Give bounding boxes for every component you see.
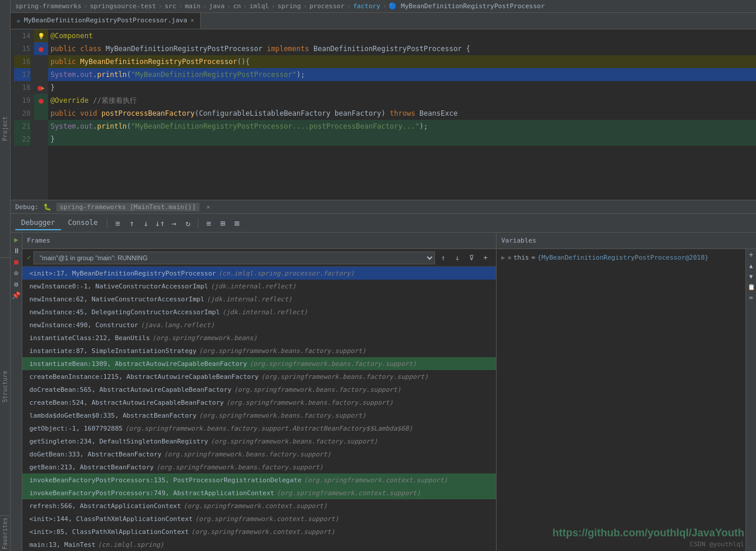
var-list: ▶ ≡ this = {MyBeanDefinitionRegistryPost… <box>497 249 745 551</box>
thread-status-icon: ✓ <box>27 254 31 261</box>
step-into-button[interactable]: ↓ <box>139 217 152 230</box>
frame-item-0[interactable]: <init>:17, MyBeanDefinitionRegistryPostP… <box>22 267 496 280</box>
layout-button[interactable]: ⊠ <box>230 217 243 230</box>
project-label[interactable]: Project <box>0 0 10 258</box>
pause-btn[interactable]: ⏸ <box>12 246 21 256</box>
frame-item-20[interactable]: <init>:85, ClassPathXmlApplicationContex… <box>22 525 496 538</box>
line-numbers: 14 15 16 17 18 19 20 21 22 <box>11 29 34 200</box>
var-add-btn[interactable]: + <box>747 250 756 260</box>
toolbar-separator-2 <box>198 218 198 229</box>
frame-item-17[interactable]: invokeBeanFactoryPostProcessors:749, Abs… <box>22 486 496 499</box>
rerun-button[interactable]: ≡ <box>111 217 124 230</box>
code-line-14: @Component <box>48 29 756 42</box>
var-type-icon: ≡ <box>508 254 511 261</box>
code-line-22: } <box>48 133 756 146</box>
frame-item-16[interactable]: invokeBeanFactoryPostProcessors:135, Pos… <box>22 473 496 486</box>
frames-label: Frames <box>27 237 50 244</box>
frame-item-12[interactable]: getObject:-1, 1607792885 (org.springfram… <box>22 422 496 435</box>
var-scroll-down-btn[interactable]: ▼ <box>747 271 756 281</box>
favorites-label[interactable]: Favorites <box>0 516 10 551</box>
stop-btn[interactable]: ■ <box>12 257 21 267</box>
thread-plus-btn[interactable]: + <box>480 252 491 264</box>
step-over-button[interactable]: ↑ <box>125 217 138 230</box>
run-to-cursor-button[interactable]: → <box>167 217 180 230</box>
variables-panel: Variables ▶ ≡ this = {MyBeanDefinitionRe… <box>497 233 756 551</box>
code-line-15: public class MyBeanDefinitionRegistryPos… <box>48 42 756 55</box>
var-expand-arrow[interactable]: ▶ <box>501 254 505 261</box>
left-side-toolbar: ▶ ⏸ ■ ⊙ ⚙ 📌 <box>11 233 22 551</box>
frame-item-21[interactable]: main:13, MainTest (cn.imlql.spring) <box>22 538 496 551</box>
thread-selector: ✓ "main"@1 in group "main": RUNNING ↑ ↓ … <box>22 249 496 267</box>
frame-item-13[interactable]: getSingleton:234, DefaultSingletonBeanRe… <box>22 435 496 448</box>
frame-item-3[interactable]: newInstance:45, DelegatingConstructorAcc… <box>22 305 496 318</box>
file-tab[interactable]: ☕ MyBeanDefinitionRegistryPostProcessor.… <box>11 13 201 29</box>
tab-label: MyBeanDefinitionRegistryPostProcessor.ja… <box>24 16 187 24</box>
debug-bar: Debug: 🐛 spring-frameworks [MainTest.mai… <box>11 200 756 214</box>
thread-down-btn[interactable]: ↓ <box>451 252 463 264</box>
frame-item-2[interactable]: newInstance:62, NativeConstructorAccesso… <box>22 293 496 305</box>
frame-item-10[interactable]: createBean:524, AbstractAutowireCapableB… <box>22 396 496 409</box>
var-infinity-btn[interactable]: ∞ <box>747 293 756 302</box>
frame-list: <init>:17, MyBeanDefinitionRegistryPostP… <box>22 267 496 551</box>
frame-item-6[interactable]: instantiate:87, SimpleInstantiationStrat… <box>22 344 496 357</box>
code-content: @Component public class MyBeanDefinition… <box>48 29 756 200</box>
code-line-17: System.out.println("MyBeanDefinitionRegi… <box>48 68 756 81</box>
grid-button[interactable]: ⊞ <box>216 217 229 230</box>
var-scroll-up-btn[interactable]: ▲ <box>747 261 756 270</box>
run-config[interactable]: spring-frameworks [MainTest.main()] <box>56 203 200 211</box>
frame-item-15[interactable]: getBean:213, AbstractBeanFactory (org.sp… <box>22 461 496 473</box>
code-editor: 14 15 16 17 18 19 20 21 22 💡 <box>11 29 756 200</box>
frames-panel: Frames ✓ "main"@1 in group "main": RUNNI… <box>22 233 497 551</box>
structure-label[interactable]: Structure <box>0 258 10 516</box>
view-btn[interactable]: ⊙ <box>12 268 21 278</box>
java-file-icon: ☕ <box>16 16 21 24</box>
resume-btn[interactable]: ▶ <box>12 235 21 244</box>
evaluate-button[interactable]: ↻ <box>181 217 194 230</box>
frame-item-4[interactable]: newInstance:490, Constructor (java.lang.… <box>22 318 496 331</box>
code-line-18: } <box>48 81 756 94</box>
debug-main: ▶ ⏸ ■ ⊙ ⚙ 📌 Frames ✓ "main"@1 in group "… <box>11 233 756 551</box>
step-out-button[interactable]: ↓↑ <box>153 217 166 230</box>
frame-item-5[interactable]: instantiateClass:212, BeanUtils (org.spr… <box>22 331 496 344</box>
frame-item-8[interactable]: createBeanInstance:1215, AbstractAutowir… <box>22 370 496 383</box>
debug-label: Debug: <box>15 203 39 211</box>
frame-item-18[interactable]: refresh:566, AbstractApplicationContext … <box>22 499 496 512</box>
thread-dropdown[interactable]: "main"@1 in group "main": RUNNING <box>33 251 435 264</box>
var-item-this[interactable]: ▶ ≡ this = {MyBeanDefinitionRegistryPost… <box>497 251 745 263</box>
frame-item-11[interactable]: lambda$doGetBean$0:335, AbstractBeanFact… <box>22 409 496 422</box>
debugger-toolbar: Debugger Console ≡ ↑ ↓ ↓↑ → ↻ ≡ ⊞ ⊠ <box>11 214 756 233</box>
settings-side-btn[interactable]: ⚙ <box>12 280 21 289</box>
variables-side-buttons: + ▲ ▼ 📋 ∞ <box>745 249 756 551</box>
lightbulb-icon: 💡 <box>38 33 45 39</box>
frame-item-14[interactable]: doGetBean:333, AbstractBeanFactory (org.… <box>22 448 496 461</box>
debug-close-button[interactable]: × <box>207 203 211 211</box>
tab-close-button[interactable]: × <box>191 17 194 23</box>
code-line-16: public MyBeanDefinitionRegistryPostProce… <box>48 55 756 68</box>
code-line-20: public void postProcessBeanFactory(Confi… <box>48 107 756 120</box>
breakpoint-icon-21[interactable]: ● <box>39 96 43 105</box>
breadcrumb: spring-frameworks › springsource-test › … <box>11 0 756 13</box>
variables-header: Variables <box>497 233 756 249</box>
code-line-19: @Override //紧接着执行 <box>48 94 756 107</box>
pin-btn[interactable]: 📌 <box>12 291 21 300</box>
variables-label: Variables <box>501 237 536 244</box>
thread-filter-btn[interactable]: ⊽ <box>465 252 477 264</box>
frame-item-9[interactable]: doCreateBean:565, AbstractAutowireCapabl… <box>22 383 496 396</box>
tab-debugger[interactable]: Debugger <box>15 216 61 230</box>
var-copy-btn[interactable]: 📋 <box>747 282 756 291</box>
code-line-21: System.out.println("MyBeanDefinitionRegi… <box>48 120 756 133</box>
run-config-label: spring-frameworks [MainTest.main()] <box>60 203 196 211</box>
frame-item-1[interactable]: newInstance0:-1, NativeConstructorAccess… <box>22 280 496 293</box>
thread-up-btn[interactable]: ↑ <box>437 252 449 264</box>
frame-item-7[interactable]: instantiateBean:1309, AbstractAutowireCa… <box>22 357 496 370</box>
settings-button[interactable]: ≡ <box>202 217 215 230</box>
frame-item-19[interactable]: <init>:144, ClassPathXmlApplicationConte… <box>22 512 496 525</box>
bug-icon: 🐛 <box>43 203 52 211</box>
breakpoint-icon-17[interactable]: ● <box>39 44 43 53</box>
frames-header: Frames <box>22 233 496 249</box>
tab-console[interactable]: Console <box>62 216 104 230</box>
toolbar-separator <box>107 218 107 229</box>
csdn-label: CSDN @youthlql <box>690 540 744 548</box>
arrow-icon-20: ▶ <box>41 85 45 91</box>
